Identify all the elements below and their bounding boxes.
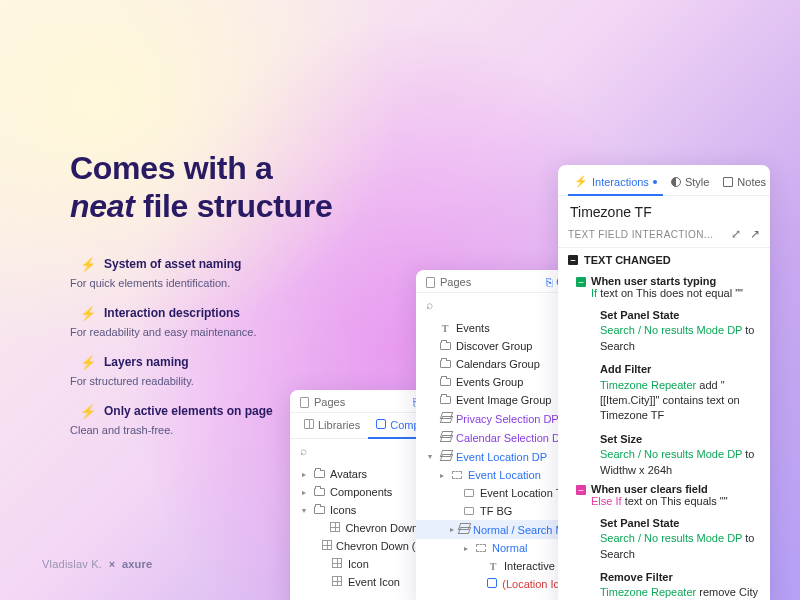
page-icon (300, 397, 309, 408)
panel-title: Pages (300, 396, 345, 408)
state-icon (474, 543, 488, 554)
dynamic-panel-icon (458, 523, 469, 536)
folder-icon (438, 395, 452, 406)
component-icon (485, 578, 498, 590)
components-icon (376, 419, 386, 429)
active-dot-icon (653, 180, 657, 184)
tree-label: Normal (492, 542, 527, 554)
chevron-icon[interactable]: ▸ (300, 488, 308, 497)
note-icon (723, 177, 733, 187)
feature-item: ⚡Interaction descriptionsFor readability… (70, 303, 450, 338)
tree-label: Calendar Selection DP (456, 432, 567, 444)
book-icon (304, 419, 314, 429)
dynamic-panel-icon (438, 450, 452, 463)
widget-icon (462, 488, 476, 499)
feature-item: ⚡System of asset namingFor quick element… (70, 254, 450, 289)
tab-interactions[interactable]: ⚡Interactions (568, 171, 663, 196)
lightning-icon: ⚡ (80, 257, 96, 272)
tree-label: Components (330, 486, 392, 498)
page-icon (426, 277, 435, 288)
chevron-icon[interactable]: ▾ (426, 452, 434, 461)
state-icon (450, 470, 464, 481)
feature-item: ⚡Layers namingFor structured readability… (70, 352, 450, 387)
search-icon[interactable]: ⌕ (426, 298, 433, 312)
tree-row[interactable]: ▾Event Location DP (416, 447, 581, 466)
text-icon: T (486, 561, 500, 572)
popout-icon[interactable]: ↗ (750, 227, 760, 241)
action-set-panel-state[interactable]: Set Panel StateSearch / No results Mode … (570, 302, 770, 356)
tree-row[interactable]: Event Image Group (416, 391, 581, 409)
collapse-toggle-icon[interactable]: – (576, 277, 586, 287)
pages-panel-outline: Pages ⎘ Ou ⌕ TEventsDiscover GroupCalend… (416, 270, 581, 600)
widget-icon (462, 506, 476, 517)
folder-icon (438, 377, 452, 388)
lightning-icon: ⚡ (80, 355, 96, 370)
tree-label: Icons (330, 504, 356, 516)
tab-notes[interactable]: Notes (717, 171, 770, 195)
collapse-icon[interactable]: ⤢ (731, 227, 741, 241)
tab-style[interactable]: Style (665, 171, 715, 195)
tree-label: Icon (348, 558, 369, 570)
lightning-icon: ⚡ (80, 306, 96, 321)
action-set-size[interactable]: Set SizeSearch / No results Mode DP to W… (570, 426, 770, 480)
tree-row[interactable]: Privacy Selection DP (416, 409, 581, 428)
feature-title: Layers naming (104, 355, 189, 369)
chevron-icon[interactable]: ▸ (450, 525, 454, 534)
component-ref-icon (330, 576, 344, 588)
action-set-panel-state[interactable]: Set Panel StateSearch / No results Mode … (570, 510, 770, 564)
action-add-filter[interactable]: Add FilterTimezone Repeater add "[[Item.… (570, 356, 770, 426)
tree-label: TF BG (480, 505, 512, 517)
tree-row[interactable]: ▸Normal (416, 539, 581, 557)
case-header[interactable]: – When user starts typingIf text on This… (570, 272, 770, 302)
collapse-toggle-icon[interactable]: – (568, 255, 578, 265)
contrast-icon (671, 177, 681, 187)
folder-icon (312, 469, 326, 480)
tree-label: Event Location (468, 469, 541, 481)
tree-row[interactable]: TEvents (416, 319, 581, 337)
tree-label: Events (456, 322, 490, 334)
search-icon[interactable]: ⌕ (300, 444, 307, 458)
widget-name: Timezone TF (558, 196, 770, 224)
component-ref-icon (322, 540, 332, 552)
collapse-toggle-icon[interactable]: – (576, 485, 586, 495)
dynamic-panel-icon (438, 412, 452, 425)
hero-headline: Comes with a neat file structure (70, 150, 450, 226)
tree-label: Event Location DP (456, 451, 547, 463)
tree-label: Privacy Selection DP (456, 413, 559, 425)
chevron-icon[interactable]: ▾ (300, 506, 308, 515)
feature-subtitle: For quick elements identification. (70, 277, 450, 289)
tree-row[interactable]: ▸Event Location (416, 466, 581, 484)
tree-row[interactable]: Calendar Selection DP (416, 428, 581, 447)
tree-row[interactable]: Discover Group (416, 337, 581, 355)
interaction-style-label: TEXT FIELD INTERACTION... (568, 229, 713, 240)
tree-row[interactable]: (Location Icon) (416, 575, 581, 593)
interactions-panel: ⚡Interactions Style Notes Timezone TF TE… (558, 165, 770, 600)
tree-row[interactable]: Event Location TF (416, 484, 581, 502)
tree-row[interactable]: ▸Normal / Search Mode (416, 520, 581, 539)
lightning-icon: ⚡ (80, 404, 96, 419)
folder-icon (438, 359, 452, 370)
folder-icon (312, 505, 326, 516)
feature-title: Only active elements on page (104, 404, 273, 418)
component-ref-icon (330, 558, 344, 570)
tree-label: Events Group (456, 376, 523, 388)
tree-row[interactable]: TF BG (416, 502, 581, 520)
tree-label: Avatars (330, 468, 367, 480)
action-remove-filter[interactable]: Remove FilterTimezone Repeater remove Ci… (570, 564, 770, 600)
tab-libraries[interactable]: Libraries (296, 413, 368, 438)
feature-subtitle: For readability and easy maintenance. (70, 326, 450, 338)
case-header[interactable]: – When user clears fieldElse If text on … (570, 480, 770, 510)
feature-title: System of asset naming (104, 257, 241, 271)
dynamic-panel-icon (438, 431, 452, 444)
tree-row[interactable]: TInteractive BG (416, 557, 581, 575)
chevron-icon[interactable]: ▸ (462, 544, 470, 553)
tree-row[interactable]: Calendars Group (416, 355, 581, 373)
event-header[interactable]: –TEXT CHANGED (558, 248, 770, 272)
feature-subtitle: For structured readability. (70, 375, 450, 387)
chevron-icon[interactable]: ▸ (438, 471, 446, 480)
chevron-icon[interactable]: ▸ (300, 470, 308, 479)
tree-row[interactable]: Events Group (416, 373, 581, 391)
tree-label: Event Location TF (480, 487, 569, 499)
folder-icon (438, 341, 452, 352)
feature-title: Interaction descriptions (104, 306, 240, 320)
